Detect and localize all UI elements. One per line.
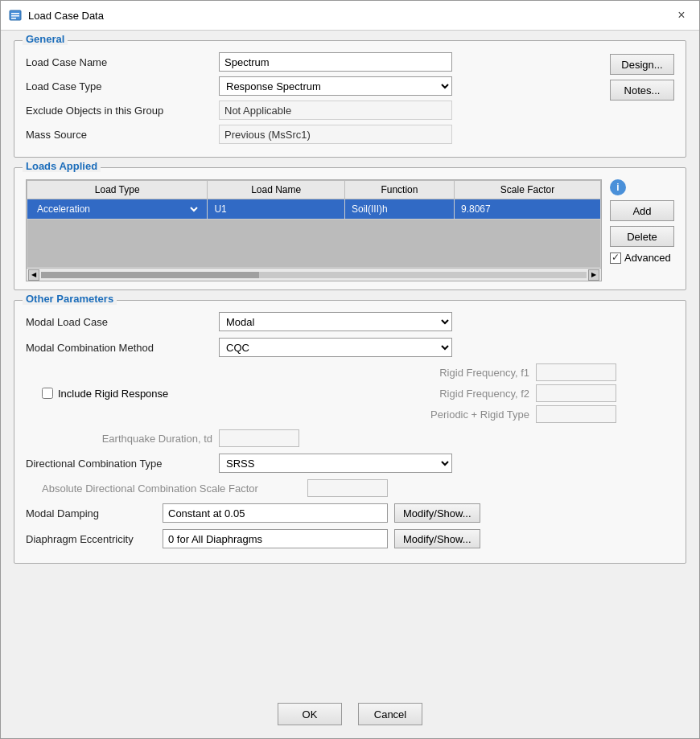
svg-rect-2 [11,15,19,17]
loads-side-buttons: i Add Delete Advanced [610,179,674,281]
diaphragm-eccentricity-row: Diaphragm Eccentricity Modify/Show... [26,529,674,548]
title-bar-left: Load Case Data [9,9,104,22]
rigid-freq-f1-row: Rigid Frequency, f1 [393,363,674,381]
load-case-name-label: Load Case Name [26,56,219,68]
loads-table: Load Type Load Name Function Scale Facto… [27,180,601,268]
exclude-objects-value: Not Applicable [219,101,452,120]
scroll-track[interactable] [41,272,587,278]
table-header-row: Load Type Load Name Function Scale Facto… [27,181,601,199]
table-row-empty [27,220,601,268]
modal-load-case-row: Modal Load Case Modal [26,312,674,331]
modal-damping-input[interactable] [163,503,388,523]
rigid-freq-f2-row: Rigid Frequency, f2 [393,384,674,402]
earthquake-duration-label: Earthquake Duration, td [42,433,219,445]
col-load-type: Load Type [27,181,208,199]
general-fields: Load Case Name Load Case Type Response S… [26,52,597,149]
load-type-select-inline[interactable]: Acceleration [34,203,200,216]
loads-table-wrap: Load Type Load Name Function Scale Facto… [26,179,602,281]
periodic-rigid-input[interactable] [536,405,616,423]
diaphragm-eccentricity-modify-btn[interactable]: Modify/Show... [394,529,480,548]
mass-source-label: Mass Source [26,129,219,141]
include-rigid-checkbox[interactable] [42,388,53,399]
directional-combination-label: Directional Combination Type [26,458,219,470]
abs-directional-row: Absolute Directional Combination Scale F… [26,479,674,497]
periodic-rigid-row: Periodic + Rigid Type [393,405,674,423]
cancel-button[interactable]: Cancel [358,703,422,725]
ok-button[interactable]: OK [278,703,342,725]
info-icon[interactable]: i [610,179,626,195]
general-buttons: Design... Notes... [610,52,674,149]
directional-combination-select[interactable]: SRSS ABS Scaled [219,454,452,473]
scroll-thumb [41,272,259,278]
empty-cell [27,220,601,268]
load-case-name-input[interactable] [219,52,452,72]
loads-applied-title: Loads Applied [23,160,101,172]
horizontal-scrollbar[interactable]: ◀ ▶ [27,268,601,281]
rigid-freq-f1-input[interactable] [536,363,616,381]
delete-button[interactable]: Delete [610,226,674,247]
title-bar: Load Case Data × [1,1,699,31]
modal-load-case-label: Modal Load Case [26,316,219,328]
load-case-data-dialog: Load Case Data × General Load Case Name … [0,0,700,739]
mass-source-row: Mass Source Previous (MsSrc1) [26,125,597,144]
col-function: Function [344,181,454,199]
modal-load-case-select[interactable]: Modal [219,312,452,331]
load-case-type-row: Load Case Type Response Spectrum Static … [26,76,597,96]
abs-directional-input[interactable] [307,479,388,497]
diaphragm-eccentricity-input[interactable] [163,529,388,548]
advanced-label: Advanced [624,252,671,264]
col-load-name: Load Name [208,181,345,199]
loads-grid: Load Type Load Name Function Scale Facto… [26,179,674,281]
directional-combination-row: Directional Combination Type SRSS ABS Sc… [26,454,674,473]
rigid-freq-f1-label: Rigid Frequency, f1 [393,367,529,379]
mass-source-value: Previous (MsSrc1) [219,125,452,144]
cell-load-name: U1 [208,199,345,220]
advanced-row[interactable]: Advanced [610,252,671,264]
include-rigid-row: Include Rigid Response Rigid Frequency, … [26,363,674,423]
advanced-checkbox[interactable] [610,252,621,264]
cell-load-type[interactable]: Acceleration [27,199,208,220]
modal-damping-modify-btn[interactable]: Modify/Show... [394,503,480,523]
load-case-name-row: Load Case Name [26,52,597,72]
close-button[interactable]: × [672,6,691,25]
other-parameters-section: Other Parameters Modal Load Case Modal M… [14,300,686,564]
abs-directional-label: Absolute Directional Combination Scale F… [26,482,307,495]
cell-scale-factor: 9.8067 [454,199,600,220]
design-button[interactable]: Design... [610,54,674,75]
load-case-type-label: Load Case Type [26,80,219,92]
periodic-rigid-label: Periodic + Rigid Type [393,409,529,421]
modal-damping-label: Modal Damping [26,507,163,519]
svg-rect-1 [11,13,19,14]
modal-combination-label: Modal Combination Method [26,342,219,354]
loads-table-area: Load Type Load Name Function Scale Facto… [26,179,602,281]
notes-button[interactable]: Notes... [610,80,674,101]
earthquake-duration-row: Earthquake Duration, td [26,429,674,447]
modal-combination-row: Modal Combination Method CQC SRSS ABS GM… [26,338,674,357]
cell-function: Soil(III)h [344,199,454,220]
col-scale-factor: Scale Factor [454,181,600,199]
exclude-objects-row: Exclude Objects in this Group Not Applic… [26,101,597,120]
scroll-left-btn[interactable]: ◀ [28,269,39,281]
include-rigid-label: Include Rigid Response [58,388,168,400]
rigid-freq-f2-input[interactable] [536,384,616,402]
scroll-right-btn[interactable]: ▶ [588,269,599,281]
rigid-freq-f2-label: Rigid Frequency, f2 [393,388,529,400]
earthquake-duration-input[interactable] [219,429,299,447]
exclude-objects-label: Exclude Objects in this Group [26,105,219,117]
dialog-title: Load Case Data [28,10,104,22]
general-section: General Load Case Name Load Case Type Re… [14,40,686,158]
general-section-title: General [23,33,68,45]
dialog-body: General Load Case Name Load Case Type Re… [1,31,699,693]
dialog-footer: OK Cancel [1,693,699,738]
add-button[interactable]: Add [610,200,674,221]
modal-combination-select[interactable]: CQC SRSS ABS GMC [219,338,452,357]
load-case-type-select[interactable]: Response Spectrum Static Modal Linear [219,76,452,96]
table-row[interactable]: Acceleration U1 Soil(III)h 9.8067 [27,199,601,220]
modal-damping-row: Modal Damping Modify/Show... [26,503,674,523]
dialog-icon [9,9,22,22]
diaphragm-eccentricity-label: Diaphragm Eccentricity [26,533,163,545]
general-grid: Load Case Name Load Case Type Response S… [26,52,674,149]
other-parameters-title: Other Parameters [23,293,117,305]
svg-rect-3 [11,18,16,19]
loads-applied-section: Loads Applied Load Type Load Name Functi… [14,167,686,290]
